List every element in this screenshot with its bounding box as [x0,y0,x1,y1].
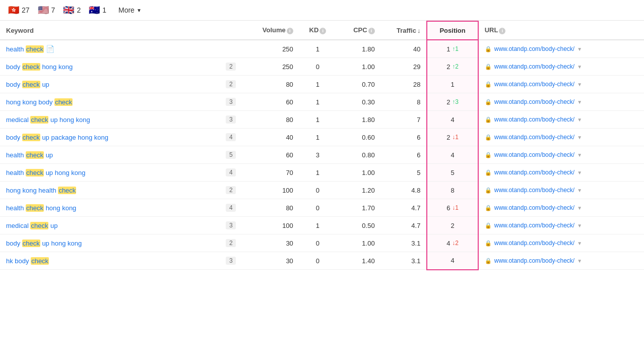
position-cell-5: 2↓1 [427,129,478,146]
keyword-link-1[interactable]: body check hong kong [6,63,73,71]
url-cell-5: 🔒www.otandp.com/body-check/▼ [478,129,644,146]
volume-cell-11: 30 [245,234,299,252]
flag-emoji-au: 🇦🇺 [89,5,100,16]
header-kd[interactable]: KDi [299,21,336,40]
traffic-cell-8: 4.8 [381,182,427,199]
url-chevron-icon[interactable]: ▼ [577,99,582,105]
url-chevron-icon[interactable]: ▼ [577,117,582,123]
keyword-link-2[interactable]: body check up [6,81,49,88]
cpc-info-icon[interactable]: i [368,28,375,34]
words-badge: 2 [226,80,236,88]
keyword-link-5[interactable]: body check up package hong kong [6,134,108,141]
url-chevron-icon[interactable]: ▼ [577,46,582,52]
url-chevron-icon[interactable]: ▼ [577,223,582,228]
position-value: 2 [433,222,471,229]
volume-cell-6: 60 [245,146,299,164]
position-number: 4 [446,240,450,247]
lock-icon: 🔒 [485,64,492,70]
position-cell-2: 1 [427,76,478,93]
traffic-cell-2: 28 [381,76,427,93]
table-row: hk body check33001.403.14🔒www.otandp.com… [0,252,644,270]
url-cell-11: 🔒www.otandp.com/body-check/▼ [478,234,644,252]
header-words [217,21,245,40]
url-text[interactable]: www.otandp.com/body-check/ [494,240,574,247]
url-text[interactable]: www.otandp.com/body-check/ [494,63,574,70]
flag-hk[interactable]: 🇭🇰27 [8,5,30,16]
kd-cell-5: 1 [299,129,336,146]
keyword-highlight: check [54,98,73,106]
words-cell-7: 4 [217,164,245,182]
lock-icon: 🔒 [485,222,492,229]
traffic-cell-5: 6 [381,129,427,146]
words-cell-8: 2 [217,182,245,199]
keyword-link-6[interactable]: health check up [6,151,53,159]
words-cell-10: 3 [217,217,245,234]
more-button[interactable]: More▼ [114,4,146,16]
url-chevron-icon[interactable]: ▼ [577,205,582,211]
volume-cell-7: 70 [245,164,299,182]
url-text[interactable]: www.otandp.com/body-check/ [494,151,574,158]
position-cell-7: 5 [427,164,478,182]
header-cpc[interactable]: CPCi [336,21,381,40]
lock-icon: 🔒 [485,205,492,211]
url-text[interactable]: www.otandp.com/body-check/ [494,45,574,52]
words-badge: 2 [226,186,236,194]
page-icon[interactable]: 📄 [44,45,54,53]
url-chevron-icon[interactable]: ▼ [577,152,582,158]
url-chevron-icon[interactable]: ▼ [577,188,582,193]
url-text[interactable]: www.otandp.com/body-check/ [494,134,574,141]
url-info-icon[interactable]: i [499,28,505,34]
flag-emoji-gb: 🇬🇧 [63,5,74,16]
header-volume[interactable]: Volumei [245,21,299,40]
url-text[interactable]: www.otandp.com/body-check/ [494,204,574,211]
url-cell-9: 🔒www.otandp.com/body-check/▼ [478,199,644,217]
flag-au[interactable]: 🇦🇺1 [89,5,106,16]
url-text[interactable]: www.otandp.com/body-check/ [494,98,574,105]
url-text[interactable]: www.otandp.com/body-check/ [494,187,574,194]
url-text[interactable]: www.otandp.com/body-check/ [494,116,574,123]
position-number: 1 [450,81,454,88]
url-chevron-icon[interactable]: ▼ [577,258,582,264]
header-url[interactable]: URLi [478,21,644,40]
url-text[interactable]: www.otandp.com/body-check/ [494,257,574,264]
url-text[interactable]: www.otandp.com/body-check/ [494,81,574,88]
flag-count-gb: 2 [77,6,81,14]
traffic-cell-10: 4.7 [381,217,427,234]
position-value: 2↓1 [433,134,471,141]
flag-us[interactable]: 🇺🇸7 [38,5,55,16]
keyword-link-11[interactable]: body check up hong kong [6,240,82,247]
keyword-link-10[interactable]: medical check up [6,222,57,229]
words-badge: 4 [226,168,236,176]
keyword-link-9[interactable]: health check hong kong [6,204,76,212]
words-badge: 3 [226,115,236,124]
keyword-link-3[interactable]: hong kong body check [6,98,73,106]
volume-info-icon[interactable]: i [287,28,293,34]
keyword-link-8[interactable]: hong kong health check [6,187,76,194]
url-chevron-icon[interactable]: ▼ [577,241,582,246]
keyword-cell-6: health check up [0,146,217,164]
table-row: medical check up hong kong38011.8074🔒www… [0,111,644,129]
url-chevron-icon[interactable]: ▼ [577,170,582,175]
kd-info-icon[interactable]: i [319,28,326,34]
url-chevron-icon[interactable]: ▼ [577,82,582,87]
url-text[interactable]: www.otandp.com/body-check/ [494,222,574,229]
kd-cell-6: 3 [299,146,336,164]
keyword-link-7[interactable]: health check up hong kong [6,169,85,176]
url-text[interactable]: www.otandp.com/body-check/ [494,169,574,176]
url-chevron-icon[interactable]: ▼ [577,135,582,140]
keyword-link-4[interactable]: medical check up hong kong [6,116,90,124]
table-row: medical check up310010.504.72🔒www.otandp… [0,217,644,234]
keyword-link-0[interactable]: health check [6,45,44,53]
keyword-link-12[interactable]: hk body check [6,257,49,265]
table-container: KeywordVolumeiKDiCPCiTraffic↓PositionURL… [0,21,644,270]
words-badge: 3 [226,98,236,106]
words-badge: 3 [226,257,236,265]
flag-gb[interactable]: 🇬🇧2 [63,5,81,16]
header-traffic[interactable]: Traffic↓ [381,21,427,40]
lock-icon: 🔒 [485,99,492,105]
url-cell-4: 🔒www.otandp.com/body-check/▼ [478,111,644,129]
url-chevron-icon[interactable]: ▼ [577,64,582,70]
header-position[interactable]: Position [427,21,478,40]
position-value: 2↑3 [433,98,471,106]
lock-icon: 🔒 [485,116,492,123]
